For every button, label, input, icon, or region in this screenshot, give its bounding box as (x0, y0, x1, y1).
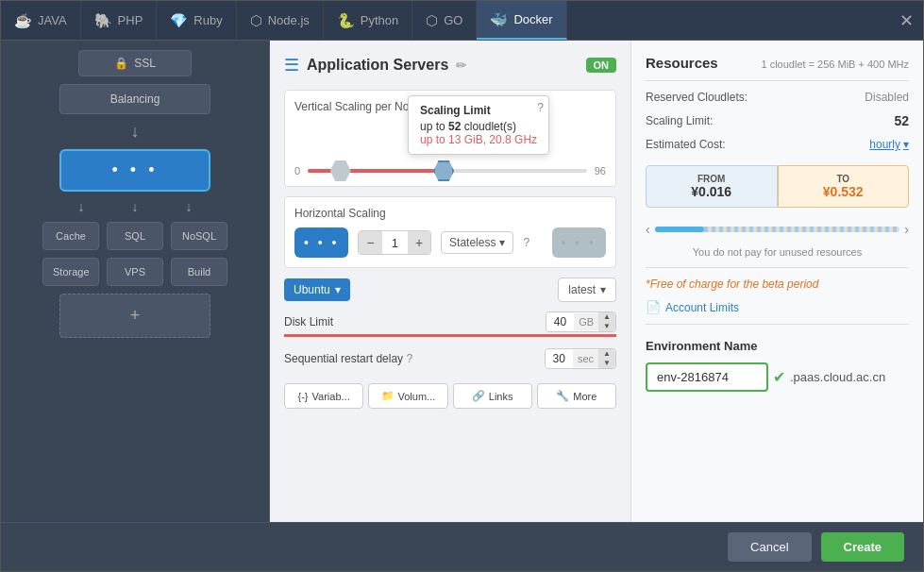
chevron-right-icon[interactable]: › (904, 222, 909, 237)
restart-arrows: ▲ ▼ (598, 349, 615, 368)
right-panel: Resources 1 cloudlet = 256 MiB + 400 MHz… (630, 41, 923, 522)
ubuntu-select[interactable]: Ubuntu ▾ (284, 278, 350, 301)
go-icon: ⬡ (426, 12, 438, 29)
slider-handle-left[interactable] (330, 160, 351, 181)
tab-ruby[interactable]: 💎 Ruby (157, 1, 236, 40)
cancel-button[interactable]: Cancel (728, 532, 811, 562)
env-input-row: ✔ .paas.cloud.ac.cn (646, 362, 909, 392)
disk-bar (284, 334, 616, 337)
more-button[interactable]: 🔧 More (537, 383, 616, 409)
server-icon-box2: • • • (552, 227, 606, 258)
add-button[interactable]: + (59, 294, 210, 338)
reserved-label: Reserved Cloudlets: (646, 91, 748, 104)
slider-fill (308, 169, 442, 173)
stateless-select[interactable]: Stateless ▾ (441, 231, 513, 254)
unused-text: You do not pay for unused resources (646, 246, 909, 258)
reserved-value: Disabled (865, 91, 909, 104)
disk-down-arrow[interactable]: ▼ (598, 322, 615, 331)
sql-button[interactable]: SQL (107, 222, 163, 250)
tab-python[interactable]: 🐍 Python (324, 1, 412, 40)
footer: Cancel Create (1, 522, 923, 571)
counter-plus[interactable]: + (408, 231, 430, 254)
tooltip-title: Scaling Limit (420, 104, 537, 117)
cloudlet-info: 1 cloudlet = 256 MiB + 400 MHz (761, 59, 909, 70)
latest-select[interactable]: latest ▾ (558, 278, 616, 302)
tab-docker[interactable]: 🐳 Docker (477, 1, 566, 40)
restart-label: Sequential restart delay ? (284, 352, 412, 365)
tabs-bar: ☕ JAVA 🐘 PHP 💎 Ruby ⬡ Node.js 🐍 Python ⬡… (1, 1, 923, 41)
estimated-cost-label: Estimated Cost: (646, 138, 726, 151)
tab-go[interactable]: ⬡ GO (412, 1, 477, 40)
arrow-down-1: ↓ (78, 199, 85, 214)
reserved-cloudlets-row: Reserved Cloudlets: Disabled (646, 91, 909, 104)
free-text: *Free of charge for the beta period (646, 278, 909, 291)
account-limits-link[interactable]: 📄 Account Limits (646, 300, 909, 314)
tab-php[interactable]: 🐘 PHP (81, 1, 158, 40)
counter-minus[interactable]: − (359, 231, 381, 254)
close-button[interactable]: ✕ (899, 12, 914, 29)
vps-button[interactable]: VPS (107, 258, 163, 286)
restart-up-arrow[interactable]: ▲ (598, 349, 615, 359)
env-name-input[interactable] (646, 362, 768, 392)
slider-track[interactable] (308, 169, 587, 173)
php-icon: 🐘 (94, 12, 112, 29)
links-icon: 🔗 (472, 390, 485, 402)
main-content: 🔒 SSL Balancing ↓ • • • ↓ ↓ ↓ Cache SQL (1, 41, 923, 522)
h-scaling-help-icon[interactable]: ? (523, 236, 529, 249)
progress-fill (655, 227, 704, 232)
create-button[interactable]: Create (821, 532, 904, 562)
scaling-limit-row: Scaling Limit: 52 (646, 113, 909, 128)
ubuntu-row: Ubuntu ▾ latest ▾ (284, 278, 616, 302)
disk-unit: GB (574, 313, 598, 330)
chevron-left-icon[interactable]: ‹ (646, 222, 650, 237)
scaling-limit-label: Scaling Limit: (646, 114, 713, 127)
lock-icon: 🔒 (114, 57, 128, 70)
main-window: ☕ JAVA 🐘 PHP 💎 Ruby ⬡ Node.js 🐍 Python ⬡… (0, 0, 924, 572)
tab-java[interactable]: ☕ JAVA (1, 1, 81, 40)
storage-button[interactable]: Storage (42, 258, 99, 286)
progress-slider[interactable] (655, 227, 900, 232)
tooltip-sub: up to 13 GiB, 20.8 GHz (420, 133, 537, 146)
slider-handle-right[interactable] (433, 160, 454, 181)
resources-header: Resources 1 cloudlet = 256 MiB + 400 MHz (646, 55, 909, 71)
restart-down-arrow[interactable]: ▼ (598, 359, 615, 368)
build-button[interactable]: Build (171, 258, 227, 286)
edit-icon[interactable]: ✏ (456, 58, 467, 73)
to-value: ¥0.532 (786, 184, 901, 199)
hourly-link[interactable]: hourly ▾ (869, 138, 909, 151)
variables-button[interactable]: {-} Variab... (284, 383, 363, 409)
cache-button[interactable]: Cache (42, 222, 99, 250)
document-icon: 📄 (646, 300, 661, 314)
volumes-button[interactable]: 📁 Volum... (368, 383, 447, 409)
price-boxes: FROM ¥0.016 TO ¥0.532 (646, 165, 909, 208)
java-icon: ☕ (14, 12, 32, 29)
from-box: FROM ¥0.016 (646, 165, 778, 208)
nosql-button[interactable]: NoSQL (171, 222, 227, 250)
to-box: TO ¥0.532 (778, 165, 910, 208)
estimated-cost-row: Estimated Cost: hourly ▾ (646, 138, 909, 151)
balancing-button[interactable]: Balancing (59, 84, 210, 114)
to-label: TO (786, 174, 901, 184)
restart-help-icon[interactable]: ? (406, 352, 412, 365)
python-icon: 🐍 (337, 12, 355, 29)
toggle-on[interactable]: ON (586, 58, 617, 73)
ssl-button[interactable]: 🔒 SSL (78, 50, 192, 76)
disk-limit-row: Disk Limit 40 GB ▲ ▼ (284, 311, 616, 332)
tab-nodejs[interactable]: ⬡ Node.js (237, 1, 324, 40)
left-panel: 🔒 SSL Balancing ↓ • • • ↓ ↓ ↓ Cache SQL (1, 41, 270, 522)
scaling-limit-value: 52 (894, 113, 909, 128)
menu-icon: ☰ (284, 55, 299, 76)
server-dots-icon: • • • (112, 160, 159, 180)
unused-row: You do not pay for unused resources (646, 246, 909, 258)
docker-icon: 🐳 (490, 11, 508, 28)
env-name-label: Environment Name (646, 339, 909, 353)
help-icon[interactable]: ? (537, 101, 544, 114)
links-button[interactable]: 🔗 Links (453, 383, 532, 409)
main-server-button[interactable]: • • • (59, 149, 210, 192)
divider-1 (646, 80, 909, 81)
check-icon: ✔ (773, 368, 785, 386)
disk-up-arrow[interactable]: ▲ (598, 312, 615, 322)
slider-area: 0 96 (294, 165, 606, 177)
from-value: ¥0.016 (654, 184, 769, 199)
disk-input-box: 40 GB ▲ ▼ (546, 311, 616, 332)
